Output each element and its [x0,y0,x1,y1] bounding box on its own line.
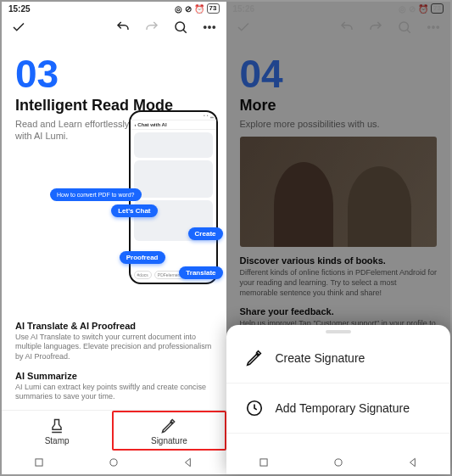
onboarding-page[interactable]: 03 Intelligent Read Mode Read and Learn … [2,39,226,410]
status-time: 15:26 [233,4,255,14]
phone-right: 15:26 ◎ ⊘ ⏰ 73 04 More Explore more poss… [226,2,451,474]
sheet-label: Create Signature [276,351,366,365]
chip-proofread: Proofread [120,251,165,264]
status-bar: 15:26 ◎ ⊘ ⏰ 73 [226,2,451,14]
battery-icon: 73 [431,3,444,14]
page-number: 04 [240,54,438,93]
svg-point-9 [437,26,438,28]
section-desc: Different kinds of online fictions in PD… [240,268,438,298]
nav-home-icon[interactable] [107,456,120,469]
section-title: Discover various kinds of books. [240,255,438,266]
svg-rect-11 [259,459,266,466]
search-icon[interactable] [172,19,189,36]
feature-title: AI Translate & AI Proofread [15,321,213,331]
nav-bar [226,451,451,474]
alarm-icon: ⏰ [418,4,428,14]
dnd-icon: ⊘ [185,4,192,14]
vibrate-icon: ◎ [399,4,406,14]
toolbar [2,14,226,39]
page-subtitle: Read and Learn effortlessly with AI Lumi… [15,118,134,143]
status-time: 15:25 [8,4,31,14]
pen-icon [245,349,264,367]
more-icon[interactable] [425,19,442,36]
feature-desc: AI Lumi can extract key points swiftly a… [15,383,213,402]
svg-point-12 [335,459,342,466]
nav-home-icon[interactable] [332,456,345,469]
bottom-tabs: Stamp Signature [2,410,226,451]
add-temporary-signature-option[interactable]: Add Temporary Signature [226,384,451,434]
svg-point-7 [428,26,430,28]
promo-image [240,137,438,247]
vibrate-icon: ◎ [175,4,182,14]
svg-point-8 [432,26,434,28]
status-bar: 15:25 ◎ ⊘ ⏰ 73 [2,2,226,14]
feature-title: AI Summarize [15,371,213,381]
mock-prompt-chip: How to convert PDF to word? [50,188,141,201]
mock-header: ‹ Chat with AI [131,120,216,130]
tab-stamp[interactable]: Stamp [2,411,112,451]
undo-icon[interactable] [114,19,131,36]
chip-create: Create [188,227,223,240]
section-title: Share your feedback. [240,306,438,316]
nav-recent-icon[interactable] [32,456,46,469]
sheet-label: Add Temporary Signature [276,401,410,415]
confirm-icon[interactable] [235,19,252,36]
tab-label: Stamp [45,436,70,445]
page-number: 03 [15,54,213,93]
battery-icon: 73 [207,3,220,14]
alarm-icon: ⏰ [194,4,204,14]
redo-icon[interactable] [367,19,384,36]
feature-desc: Use AI Translate to switch your current … [15,333,213,362]
phone-left: 15:25 ◎ ⊘ ⏰ 73 03 Intelligent Read Mode … [2,2,226,474]
tab-signature[interactable]: Signature [112,411,226,451]
clock-icon [245,399,264,417]
dnd-icon: ⊘ [409,4,416,14]
nav-back-icon[interactable] [406,456,420,469]
search-icon[interactable] [396,19,413,36]
tab-label: Signature [151,436,187,445]
nav-recent-icon[interactable] [257,456,271,469]
create-signature-option[interactable]: Create Signature [226,333,451,384]
svg-point-3 [213,26,215,28]
toolbar [226,14,451,39]
svg-point-2 [208,26,209,28]
confirm-icon[interactable] [10,19,27,36]
svg-point-5 [110,459,117,466]
chip-lets-chat: Let's Chat [111,204,157,217]
page-title: More [240,97,438,115]
svg-point-6 [399,22,409,31]
more-icon[interactable] [201,19,218,36]
redo-icon[interactable] [143,19,160,36]
undo-icon[interactable] [338,19,355,36]
svg-point-1 [204,26,205,28]
chip-translate: Translate [179,266,222,279]
nav-back-icon[interactable] [181,456,195,469]
nav-bar [2,451,226,474]
svg-rect-4 [36,459,42,466]
svg-point-0 [176,22,185,31]
page-subtitle: Explore more possibilities with us. [240,118,438,130]
